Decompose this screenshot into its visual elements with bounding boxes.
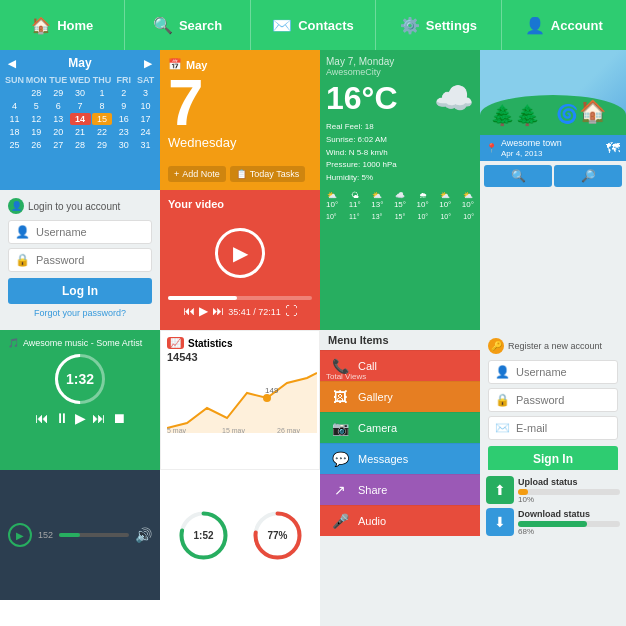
location-pin-icon: 📍 — [486, 143, 497, 153]
cal-day[interactable]: 26 — [26, 139, 47, 151]
music-prev-icon[interactable]: ⏮ — [35, 410, 49, 426]
menu-gallery[interactable]: 🖼 Gallery — [320, 381, 480, 412]
cal-day[interactable]: 29 — [48, 87, 69, 99]
media-progress-bar[interactable] — [59, 533, 129, 537]
cal-prev-arrow[interactable]: ◀ — [8, 58, 16, 69]
cal-day[interactable]: 22 — [92, 126, 113, 138]
cal-day[interactable]: 28 — [26, 87, 47, 99]
media-player: ▶ 152 🔊 — [0, 470, 160, 600]
video-fullscreen-icon[interactable]: ⛶ — [285, 304, 297, 318]
video-play-button[interactable]: ▶ — [215, 228, 265, 278]
nav-search[interactable]: 🔍 Search — [125, 0, 250, 50]
cal-day[interactable]: 1 — [92, 87, 113, 99]
account-search-btn-2[interactable]: 🔎 — [554, 165, 622, 187]
nav-settings[interactable]: ⚙️ Settings — [376, 0, 501, 50]
cal-day[interactable]: 2 — [113, 87, 134, 99]
register-username-input[interactable] — [516, 366, 611, 378]
weather-widget: May 7, Monday AwesomeCity 16°C ☁️ Real F… — [320, 50, 480, 330]
camera-label: Camera — [358, 422, 397, 434]
password-field[interactable]: 🔒 — [8, 248, 152, 272]
cal-day[interactable]: 13 — [48, 113, 69, 125]
windmill-icon: 🌀 — [556, 103, 578, 125]
map-icon[interactable]: 🗺 — [606, 140, 620, 156]
username-input[interactable] — [36, 226, 145, 238]
cal-next-arrow[interactable]: ▶ — [144, 58, 152, 69]
weather-pressure: Pressure: 1000 hPa — [326, 159, 474, 172]
cal-day[interactable]: 18 — [4, 126, 25, 138]
menu-camera[interactable]: 📷 Camera — [320, 412, 480, 443]
main-grid: ◀ May ▶ SUN MON TUE WED THU FRI SAT 28 2… — [0, 50, 626, 626]
cal-day[interactable]: 25 — [4, 139, 25, 151]
cal-day[interactable]: 4 — [4, 100, 25, 112]
share-label: Share — [358, 484, 387, 496]
cal-day[interactable]: 10 — [135, 100, 156, 112]
music-next-icon[interactable]: ⏭ — [92, 410, 106, 426]
cal-day[interactable]: 5 — [26, 100, 47, 112]
today-tasks-button[interactable]: 📋 Today Tasks — [230, 166, 305, 182]
account-search-btn-1[interactable]: 🔍 — [484, 165, 552, 187]
register-email-input[interactable] — [516, 422, 611, 434]
cal-day[interactable]: 6 — [48, 100, 69, 112]
weather-forecast: ⛅10° 🌤11° ⛅13° ☁️15° 🌧10° ⛅10° ⛅10° — [326, 191, 474, 209]
cal-day[interactable]: 23 — [113, 126, 134, 138]
search-icon: 🔍 — [153, 16, 173, 35]
signin-button[interactable]: Sign In — [488, 446, 618, 472]
cal-day[interactable]: 12 — [26, 113, 47, 125]
cal-day[interactable]: 3 — [135, 87, 156, 99]
music-play-icon[interactable]: ▶ — [75, 410, 86, 426]
cal-day[interactable]: 30 — [113, 139, 134, 151]
cal-day[interactable]: 17 — [135, 113, 156, 125]
cal-sun: SUN — [4, 74, 25, 86]
cal-day[interactable]: 31 — [135, 139, 156, 151]
cal-day[interactable]: 8 — [92, 100, 113, 112]
cal-day[interactable]: 29 — [92, 139, 113, 151]
video-rewind-icon[interactable]: ⏮ — [183, 304, 195, 318]
forecast-day-6: ⛅10° — [439, 191, 451, 209]
video-forward-icon[interactable]: ⏭ — [212, 304, 224, 318]
cal-day[interactable]: 16 — [113, 113, 134, 125]
register-password-field[interactable]: 🔒 — [488, 388, 618, 412]
login-button[interactable]: Log In — [8, 278, 152, 304]
video-controls: ⏮ ▶ ⏭ 35:41 / 72:11 ⛶ — [183, 304, 297, 318]
cal-day[interactable]: 7 — [70, 100, 91, 112]
account-search-row: 🔍 🔎 — [484, 165, 622, 187]
share-icon: ↗ — [330, 482, 350, 498]
password-input[interactable] — [36, 254, 145, 266]
register-email-field[interactable]: ✉️ — [488, 416, 618, 440]
media-play-button[interactable]: ▶ — [8, 523, 32, 547]
cal-day[interactable]: 19 — [26, 126, 47, 138]
forgot-password-link[interactable]: Forgot your password? — [8, 308, 152, 318]
menu-audio[interactable]: 🎤 Audio — [320, 505, 480, 536]
login-widget: 👤 Login to you account 👤 🔒 Log In Forgot… — [0, 190, 160, 330]
contacts-icon: ✉️ — [272, 16, 292, 35]
nav-contacts[interactable]: ✉️ Contacts — [251, 0, 376, 50]
calendar-widget: ◀ May ▶ SUN MON TUE WED THU FRI SAT 28 2… — [0, 50, 160, 190]
cal-day[interactable]: 24 — [135, 126, 156, 138]
cal-today[interactable]: 14 — [70, 113, 91, 125]
add-note-button[interactable]: + Add Note — [168, 166, 226, 182]
volume-icon[interactable]: 🔊 — [135, 527, 152, 543]
video-play-icon[interactable]: ▶ — [199, 304, 208, 318]
music-stop-icon[interactable]: ⏹ — [112, 410, 126, 426]
cal-highlighted[interactable]: 15 — [92, 113, 113, 125]
video-progress-bar[interactable] — [168, 296, 312, 300]
cal-day[interactable]: 27 — [48, 139, 69, 151]
nav-home[interactable]: 🏠 Home — [0, 0, 125, 50]
register-password-input[interactable] — [516, 394, 611, 406]
register-username-field[interactable]: 👤 — [488, 360, 618, 384]
account-image-widget: 🌲🌲 🌀 🏠 📍 Awesome town Apr 4, 2013 🗺 🔍 🔎 — [480, 50, 626, 330]
cal-day[interactable]: 21 — [70, 126, 91, 138]
forecast-icon-4: ☁️ — [394, 191, 406, 200]
username-field[interactable]: 👤 — [8, 220, 152, 244]
add-note-label: Add Note — [182, 169, 220, 179]
may-day-number: 7 — [168, 71, 312, 135]
cal-day[interactable]: 20 — [48, 126, 69, 138]
music-pause-icon[interactable]: ⏸ — [55, 410, 69, 426]
cal-day[interactable]: 30 — [70, 87, 91, 99]
cal-day[interactable]: 11 — [4, 113, 25, 125]
cal-day[interactable]: 9 — [113, 100, 134, 112]
menu-messages[interactable]: 💬 Messages — [320, 443, 480, 474]
nav-account[interactable]: 👤 Account — [502, 0, 626, 50]
menu-share[interactable]: ↗ Share — [320, 474, 480, 505]
cal-day[interactable]: 28 — [70, 139, 91, 151]
